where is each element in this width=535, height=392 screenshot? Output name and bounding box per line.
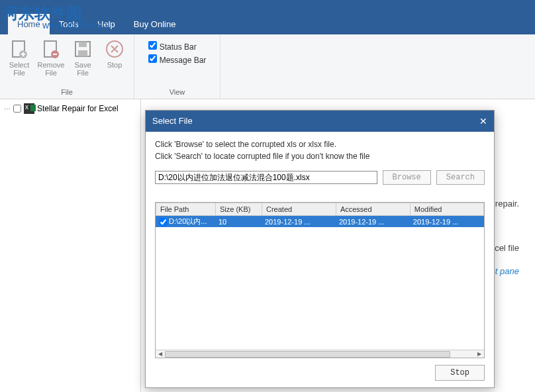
search-button[interactable]: Search (436, 170, 485, 185)
ribbon-group-view: Status Bar Message Bar View (134, 34, 220, 99)
grid-header-row: File Path Size (KB) Created Accessed Mod… (156, 203, 484, 216)
tree-toggle[interactable]: ⋯ (4, 105, 11, 113)
col-modified[interactable]: Modified (410, 203, 483, 216)
table-row[interactable]: D:\20以内... 10 2019-12-19 ... 2019-12-19 … (156, 216, 484, 228)
dialog-instruction-2: Click 'Search' to locate corrupted file … (155, 152, 485, 161)
save-file-button[interactable]: SaveFile (68, 37, 98, 88)
file-remove-icon (40, 38, 62, 60)
svg-rect-6 (78, 50, 87, 56)
dialog-instruction-1: Click 'Browse' to select the corrupted x… (155, 140, 485, 149)
col-accessed[interactable]: Accessed (336, 203, 410, 216)
dialog-footer: Stop (146, 358, 494, 387)
select-file-button[interactable]: SelectFile (4, 37, 34, 88)
message-bar-checkbox[interactable]: Message Bar (148, 54, 207, 65)
select-file-dialog: Select File ✕ Click 'Browse' to select t… (145, 110, 495, 388)
stop-label: Stop (107, 61, 122, 69)
remove-file-label: RemoveFile (38, 61, 65, 77)
file-plus-icon (9, 38, 30, 60)
close-icon[interactable]: ✕ (479, 116, 487, 126)
tree-panel: ⋯ Stellar Repair for Excel (0, 99, 141, 392)
col-filepath[interactable]: File Path (156, 203, 216, 216)
ribbon: SelectFile RemoveFile SaveFile Stop File… (0, 34, 535, 99)
stop-icon (104, 38, 125, 60)
tree-root-checkbox[interactable] (13, 105, 21, 113)
file-grid: File Path Size (KB) Created Accessed Mod… (155, 202, 485, 358)
dialog-stop-button[interactable]: Stop (435, 365, 485, 381)
horizontal-scrollbar[interactable]: ◀ ▶ (156, 350, 484, 358)
tab-buy-online[interactable]: Buy Online (124, 14, 185, 34)
dialog-body: Click 'Browse' to select the corrupted x… (146, 132, 494, 193)
status-bar-checkbox[interactable]: Status Bar (148, 41, 207, 52)
save-icon (72, 38, 93, 60)
scroll-left-icon[interactable]: ◀ (156, 351, 165, 357)
watermark-url: www.pc0359.cn (42, 20, 107, 30)
ribbon-group-file-label: File (61, 88, 73, 97)
dialog-titlebar[interactable]: Select File ✕ (146, 111, 494, 132)
col-size[interactable]: Size (KB) (216, 203, 262, 216)
svg-rect-5 (79, 42, 87, 47)
ribbon-group-view-label: View (170, 88, 185, 97)
dialog-title: Select File (152, 116, 193, 126)
file-path-input[interactable] (155, 171, 377, 184)
scroll-thumb[interactable] (165, 351, 450, 358)
remove-file-button[interactable]: RemoveFile (36, 37, 66, 88)
browse-button[interactable]: Browse (383, 170, 431, 185)
save-file-label: SaveFile (74, 61, 91, 77)
select-file-label: SelectFile (9, 61, 30, 77)
tree-root-label: Stellar Repair for Excel (37, 104, 119, 113)
watermark-logo: 河东软件园 www.pc0359.cn (3, 3, 107, 30)
message-bar-cb[interactable] (148, 54, 157, 63)
excel-icon (24, 103, 34, 114)
stop-button[interactable]: Stop (99, 37, 130, 88)
col-created[interactable]: Created (262, 203, 336, 216)
status-bar-cb[interactable] (148, 41, 157, 50)
tree-root-item[interactable]: ⋯ Stellar Repair for Excel (4, 103, 136, 114)
scroll-right-icon[interactable]: ▶ (475, 351, 484, 357)
row-checkbox[interactable] (159, 218, 168, 226)
ribbon-group-file: SelectFile RemoveFile SaveFile Stop File (0, 34, 134, 99)
